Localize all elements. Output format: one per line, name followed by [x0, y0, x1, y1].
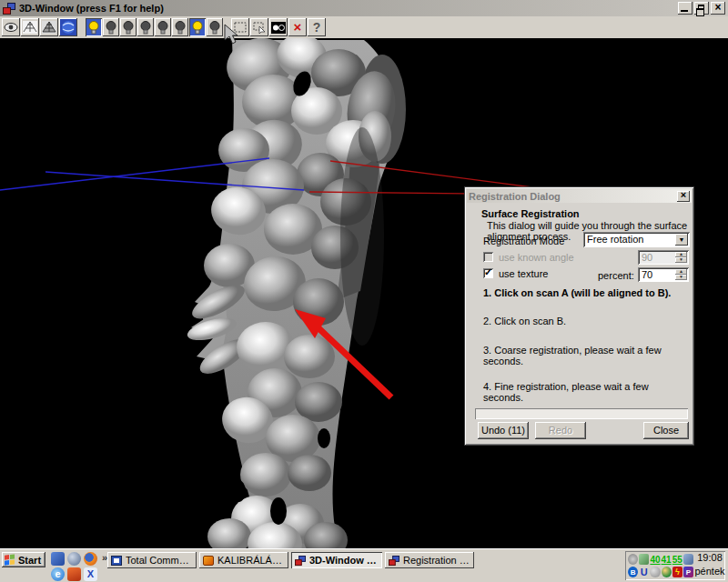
redo-button[interactable]: Redo [535, 422, 586, 439]
temp-40[interactable]: 40 [650, 555, 661, 565]
texture-percent-value: 70 [642, 269, 652, 280]
color-globe-icon[interactable] [662, 567, 672, 577]
wireframe-light-icon[interactable] [21, 18, 39, 36]
light-1-icon[interactable] [86, 18, 102, 36]
use-texture-label: use texture [499, 268, 548, 279]
app-form-icon [295, 556, 306, 566]
step-2: 2. Click on scan B. [483, 316, 686, 326]
green-utility-icon[interactable] [639, 554, 649, 565]
registration-mode-label: Registration Mode [483, 236, 564, 246]
known-angle-spinner[interactable]: 90 ▲▼ [638, 250, 689, 265]
use-known-angle-label: use known angle [499, 252, 574, 263]
bw-points-icon[interactable] [269, 18, 288, 36]
close-button[interactable]: × [711, 2, 725, 15]
restore-button[interactable] [694, 2, 709, 15]
light-8-icon[interactable] [207, 18, 223, 36]
clock[interactable]: 19:08 péntek [694, 551, 725, 580]
use-texture-checkbox[interactable]: ✓ [483, 268, 493, 278]
punto-p-icon[interactable]: P [683, 567, 693, 577]
globe-app-icon[interactable] [67, 552, 81, 566]
app-form-icon [3, 3, 15, 15]
registration-mode-select[interactable]: Free rotation ▼ [583, 232, 690, 247]
known-angle-value: 90 [642, 252, 652, 263]
ups-power-icon[interactable]: ϟ [672, 567, 682, 577]
scan-surface-model[interactable] [185, 29, 406, 566]
dialog-heading: Surface Registration [481, 208, 580, 219]
spin-down-icon[interactable]: ▼ [675, 257, 687, 263]
system-tray: 40 41 55 B U ϟ P 19:08 péntek [625, 551, 725, 580]
task-kalibralas-acdsee[interactable]: KALIBRÁLÁS - ACDS... [199, 552, 288, 568]
windows-logo-icon [5, 554, 15, 565]
registration-mode-value: Free rotation [587, 234, 643, 245]
light-7-icon[interactable] [189, 18, 206, 36]
internet-explorer-icon[interactable]: e [51, 567, 65, 581]
close-button-dialog[interactable]: Close [643, 422, 689, 439]
clock-day: péntek [694, 565, 725, 578]
light-5-icon[interactable] [155, 18, 171, 36]
eye-icon[interactable] [2, 18, 20, 36]
check-icon: ✓ [484, 266, 492, 278]
window-titlebar: 3D-Window (press F1 for help) × [0, 0, 728, 16]
acdsee-icon [203, 556, 214, 566]
help-icon[interactable]: ? [308, 18, 326, 36]
firefox-icon[interactable] [84, 552, 97, 566]
taskbar: Start » e X Total Commander 7... KALIBRÁ… [0, 548, 728, 582]
light-2-icon[interactable] [103, 18, 119, 36]
chevron-down-icon[interactable]: ▼ [675, 234, 688, 246]
sphere-blue-icon[interactable] [59, 18, 77, 36]
home-app-icon[interactable] [67, 567, 81, 581]
dialog-titlebar[interactable]: Registration Dialog × [467, 189, 692, 203]
dialog-title: Registration Dialog [469, 191, 677, 202]
light-3-icon[interactable] [120, 18, 136, 36]
clock-time: 19:08 [694, 551, 725, 565]
step-1: 1. Click on scan A (will be aligned to B… [483, 287, 686, 298]
temp-55[interactable]: 55 [672, 555, 683, 565]
show-desktop-icon[interactable] [51, 552, 65, 566]
light-4-icon[interactable] [137, 18, 154, 36]
gray-globe-icon[interactable] [650, 567, 660, 577]
temp-41[interactable]: 41 [662, 555, 672, 565]
task-3d-window[interactable]: 3D-Window (press ... [291, 552, 382, 568]
task-total-commander[interactable]: Total Commander 7... [107, 552, 197, 568]
select-arrow-icon[interactable] [250, 18, 268, 36]
screen: 3D-Window (press F1 for help) × [0, 0, 728, 582]
start-button[interactable]: Start [2, 552, 46, 567]
task-registration-dialog[interactable]: Registration Dialog [385, 552, 474, 568]
minimize-button[interactable] [678, 2, 693, 15]
main-toolbar: × ? [0, 16, 728, 38]
phone-sync-icon[interactable] [683, 554, 693, 565]
blue-u-utility-icon[interactable]: U [639, 567, 649, 577]
light-6-icon[interactable] [172, 18, 188, 36]
step-4: 4. Fine registration, please wait a few … [483, 381, 686, 403]
app-form-icon [389, 556, 399, 566]
use-known-angle-checkbox[interactable] [483, 252, 493, 262]
quick-launch: » e X [51, 552, 102, 581]
wireframe-shaded-icon[interactable] [40, 18, 58, 36]
undo-button[interactable]: Undo (11) [478, 422, 529, 439]
x-graphics-app-icon[interactable]: X [84, 567, 97, 581]
step-3: 3. Coarse registration, please wait a fe… [483, 345, 686, 366]
registration-dialog: Registration Dialog × Surface Registrati… [464, 186, 694, 446]
texture-percent-spinner[interactable]: 70 ▲▼ [638, 267, 689, 282]
start-label: Start [18, 555, 41, 566]
percent-label: percent: [598, 270, 634, 281]
mouse-cursor [224, 24, 240, 45]
registration-progress-bar [475, 408, 688, 419]
spin-down-icon[interactable]: ▼ [675, 275, 687, 280]
volume-knob-icon[interactable] [628, 554, 638, 565]
bluetooth-icon[interactable]: B [628, 567, 638, 577]
window-title: 3D-Window (press F1 for help) [19, 3, 676, 14]
total-commander-icon [111, 556, 122, 566]
delete-icon[interactable]: × [288, 18, 307, 36]
dialog-close-button[interactable]: × [677, 191, 690, 202]
